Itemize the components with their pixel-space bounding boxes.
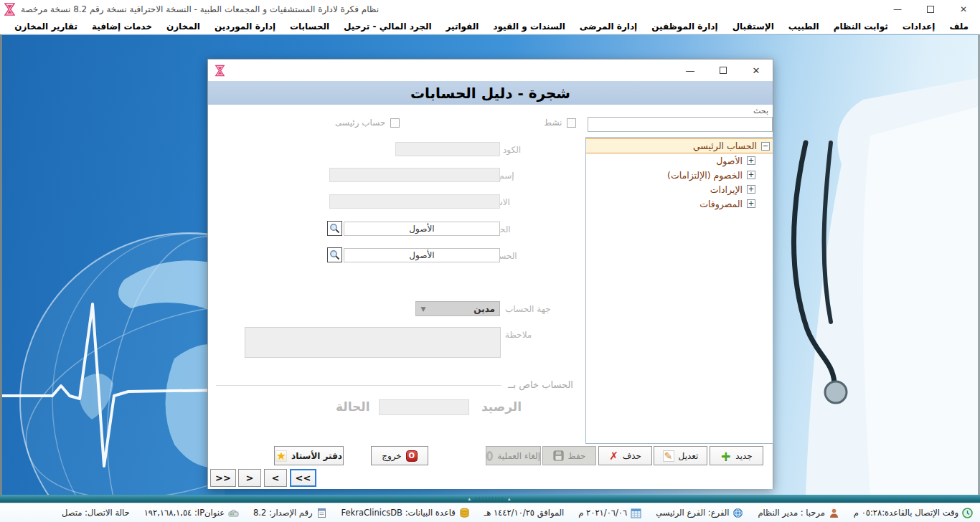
save-button-label: حفظ — [568, 451, 586, 461]
main-account-checkbox-group: حساب رئيسى — [335, 118, 400, 128]
menu-inventory-transfer[interactable]: الجرد المالي - ترحيل — [336, 22, 438, 32]
chevron-down-icon: ▼ — [416, 305, 430, 313]
tree-item-root[interactable]: − الحساب الرئيسي — [586, 138, 773, 153]
account-side-dropdown[interactable]: ▼ مدين — [415, 301, 500, 316]
menu-store-reports[interactable]: تقارير المخازن — [7, 22, 85, 32]
parent-account-search-button[interactable] — [327, 221, 342, 236]
active-checkbox[interactable] — [567, 118, 576, 128]
status-text: مرحبا : مدير النظام — [758, 508, 824, 518]
status-connection-state: حالة الاتصال: متصل — [62, 508, 130, 518]
save-button[interactable]: حفظ — [542, 446, 596, 465]
tree-item-liabilities[interactable]: + الخصوم (الإلتزامات) — [586, 168, 773, 182]
balance-label: الرصيد — [481, 399, 522, 414]
red-x-icon: ✗ — [609, 451, 618, 461]
maximize-button[interactable] — [914, 0, 947, 19]
menu-system-admin[interactable]: مدير النظام — [0, 22, 7, 32]
cancel-circle-icon — [486, 451, 493, 461]
calendar-icon — [631, 508, 641, 518]
balance-field[interactable] — [379, 399, 469, 415]
nav-next-button[interactable]: < — [264, 469, 287, 487]
tree-item-expenses[interactable]: + المصروفات — [586, 196, 773, 211]
menu-file[interactable]: ملف — [942, 22, 976, 32]
status-date-hijri: الموافق ١٤٤٢/١٠/٢٥ هـ — [484, 508, 565, 518]
expand-icon[interactable]: + — [747, 171, 755, 179]
menu-invoices[interactable]: الفواتير — [439, 22, 486, 32]
status-label: الحالة — [336, 399, 370, 414]
menu-employees[interactable]: إدارة الموظفين — [644, 22, 725, 32]
nav-prev-button[interactable]: > — [238, 469, 261, 487]
menu-doctor[interactable]: الطبيب — [781, 22, 826, 32]
parent-account-field[interactable]: الأصول — [344, 222, 500, 236]
maximize-icon — [927, 6, 934, 13]
status-ip: عنوانIP: ١٩٢,١٦٨,١,٥٤ — [144, 508, 239, 518]
collapse-icon[interactable]: − — [761, 142, 770, 151]
cancel-operation-button[interactable]: إلغاء العملية — [486, 446, 541, 465]
main-account-label: حساب رئيسى — [335, 118, 385, 128]
magnifier-icon — [329, 223, 340, 234]
dialog-minimize-button[interactable]: — — [674, 60, 707, 81]
main-window-title: نظام فكرة لادارة المستشفيات و المجمعات ا… — [21, 4, 379, 14]
menu-accounts[interactable]: الحسابات — [283, 22, 336, 32]
closing-account-field[interactable]: الأصول — [344, 248, 500, 262]
status-database: قاعدة البيانات: FekraClinicsDB — [341, 508, 470, 518]
menu-patients[interactable]: إدارة المرضى — [573, 22, 644, 32]
database-icon — [459, 508, 470, 518]
note-textarea[interactable] — [245, 327, 501, 358]
delete-button[interactable]: ✗ حذف — [598, 446, 652, 465]
dialog-title: شجرة - دليل الحسابات — [410, 85, 570, 102]
exit-button-label: خروج — [382, 451, 402, 461]
menu-vouchers[interactable]: السندات و القيود — [486, 22, 572, 32]
drag-handle[interactable]: ▴ ········· ▴ — [468, 496, 512, 502]
nav-last-button[interactable]: << — [290, 469, 316, 487]
account-side-label: جهة الحساب — [505, 304, 551, 314]
nav-first-button[interactable]: >> — [210, 469, 236, 487]
dialog-close-button[interactable]: ✕ — [740, 60, 773, 81]
new-button-label: جديد — [735, 451, 752, 461]
close-button[interactable]: ✕ — [947, 0, 980, 19]
menu-stores[interactable]: المخازن — [159, 22, 207, 32]
group-divider — [216, 385, 501, 386]
menu-reception[interactable]: الإستقبال — [725, 22, 781, 32]
tree-item-revenues[interactable]: + الإيرادات — [586, 182, 773, 196]
tree-item-assets[interactable]: + الأصول — [586, 153, 773, 168]
status-bar: وقت الإتصال بالقاعدة:٠٥:٢٨ م مرحبا : مدي… — [0, 503, 980, 522]
tree-item-label: المصروفات — [699, 199, 743, 209]
tree-item-label: الإيرادات — [710, 184, 743, 195]
ledger-button[interactable]: ★ دفتر الأستاذ — [274, 446, 344, 465]
active-label: نشط — [544, 118, 562, 128]
status-text: حالة الاتصال: متصل — [62, 508, 130, 518]
status-text: ٢٠٢١/٠٦/٠٦ م — [578, 508, 627, 518]
dialog-titlebar: — ✕ — [208, 60, 773, 81]
exit-button[interactable]: خروج O — [371, 446, 428, 465]
status-branch: الفرع: الفرع الرئيسي — [656, 508, 743, 518]
dialog-maximize-button[interactable] — [707, 60, 740, 81]
accounts-tree-dialog: — ✕ شجرة - دليل الحسابات بحث − الحساب ال… — [207, 59, 773, 489]
cancel-button-label: إلغاء العملية — [497, 451, 540, 461]
clock-icon — [962, 508, 973, 518]
closing-account-search-button[interactable] — [327, 247, 342, 262]
tree-item-label: الأصول — [716, 156, 743, 166]
expand-icon[interactable]: + — [747, 156, 755, 165]
status-text: الفرع: الفرع الرئيسي — [656, 508, 729, 518]
pencil-icon: ✎ — [663, 450, 674, 462]
menu-suppliers[interactable]: إدارة الموردين — [207, 22, 283, 32]
expand-icon[interactable]: + — [747, 185, 755, 194]
minimize-button[interactable]: — — [881, 0, 914, 19]
code-field[interactable] — [395, 142, 500, 156]
document-icon — [316, 508, 327, 518]
expand-icon[interactable]: + — [747, 199, 755, 208]
main-account-checkbox[interactable] — [390, 118, 400, 128]
search-input[interactable] — [588, 117, 773, 132]
menu-system-constants[interactable]: ثوابت النظام — [826, 22, 895, 32]
latin-name-field[interactable] — [329, 194, 500, 209]
status-text: وقت الإتصال بالقاعدة:٠٥:٢٨ م — [854, 508, 958, 518]
menu-extra-services[interactable]: خدمات إضافية — [85, 22, 159, 32]
menu-settings[interactable]: إعدادات — [895, 22, 943, 32]
edit-button-label: تعديل — [679, 451, 699, 461]
dialog-body: بحث − الحساب الرئيسي + الأصول + الخصوم (… — [208, 105, 773, 489]
edit-button[interactable]: ✎ تعديل — [654, 446, 707, 465]
new-button[interactable]: + جديد — [710, 446, 763, 465]
search-label: بحث — [753, 106, 768, 115]
account-name-field[interactable] — [329, 168, 500, 182]
status-date-gregorian: ٢٠٢١/٠٦/٠٦ م — [578, 508, 641, 518]
